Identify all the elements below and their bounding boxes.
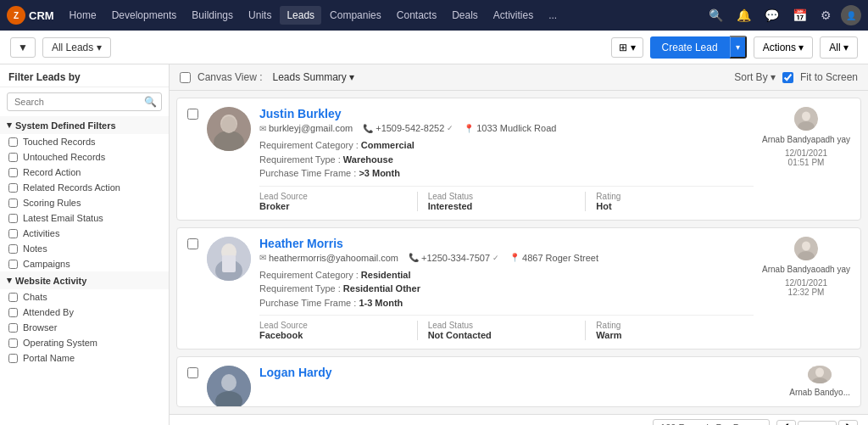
lead-card-logan: Logan Hardy Arnab Bandyo... [176, 356, 861, 407]
actions-dropdown[interactable]: Actions ▾ [754, 36, 814, 59]
attended-by-checkbox[interactable] [8, 308, 18, 317]
campaigns-checkbox[interactable] [8, 260, 18, 269]
nav-more[interactable]: ... [542, 6, 564, 25]
phone-heather: 📞 +1250-334-7507 ✓ [409, 253, 499, 263]
phone-value-justin: +1509-542-8252 [376, 123, 444, 133]
nav-deals[interactable]: Deals [445, 6, 485, 25]
nav-companies[interactable]: Companies [323, 6, 388, 25]
filter-scoring-rules[interactable]: Scoring Rules [0, 195, 169, 210]
portal-name-checkbox[interactable] [8, 354, 18, 363]
filter-notes[interactable]: Notes [0, 241, 169, 256]
create-lead-button-group: Create Lead ▾ [650, 36, 747, 59]
card-body-logan: Logan Hardy [259, 366, 781, 398]
stats-heather: Lead Source Facebook Lead Status Not Con… [259, 315, 754, 340]
nav-leads[interactable]: Leads [280, 6, 321, 25]
nav-contacts[interactable]: Contacts [390, 6, 443, 25]
scoring-rules-checkbox[interactable] [8, 199, 18, 208]
portal-name-label: Portal Name [23, 353, 75, 363]
assignee-avatar-logan [808, 366, 832, 383]
create-lead-arrow-button[interactable]: ▾ [730, 36, 747, 59]
prev-page-button[interactable]: ❮ [776, 420, 796, 425]
activities-checkbox[interactable] [8, 229, 18, 238]
canvas-summary-dropdown[interactable]: Leads Summary ▾ [269, 70, 358, 85]
filter-campaigns[interactable]: Campaigns [0, 256, 169, 271]
email-icon-heather: ✉ [259, 253, 266, 262]
record-action-checkbox[interactable] [8, 168, 18, 177]
related-records-action-checkbox[interactable] [8, 183, 18, 193]
lead-name-heather[interactable]: Heather Morris [259, 237, 754, 250]
address-justin: 📍 1033 Mudlick Road [464, 123, 556, 133]
touched-records-checkbox[interactable] [8, 137, 18, 147]
user-avatar[interactable]: 👤 [841, 5, 861, 25]
bell-icon[interactable]: 🔔 [732, 6, 755, 25]
filter-chats[interactable]: Chats [0, 289, 169, 305]
fit-to-screen-checkbox[interactable] [782, 72, 793, 83]
all-leads-dropdown[interactable]: All Leads ▾ [42, 37, 111, 58]
card-checkbox-justin[interactable] [187, 109, 198, 120]
filter-touched-records[interactable]: Touched Records [0, 134, 169, 149]
lead-name-logan[interactable]: Logan Hardy [259, 366, 781, 379]
filter-activities[interactable]: Activities [0, 226, 169, 241]
chats-checkbox[interactable] [8, 293, 18, 302]
filter-untouched-records[interactable]: Untouched Records [0, 149, 169, 165]
avatar-logan [207, 366, 251, 407]
operating-system-checkbox[interactable] [8, 338, 18, 348]
website-activity-header[interactable]: ▾ Website Activity [0, 271, 169, 289]
all-dropdown[interactable]: All ▾ [820, 36, 858, 59]
nav-developments[interactable]: Developments [105, 6, 184, 25]
browser-checkbox[interactable] [8, 323, 18, 333]
activities-label: Activities [23, 228, 59, 238]
untouched-records-checkbox[interactable] [8, 153, 18, 162]
avatar-area-justin [207, 107, 251, 211]
view-toggle-button[interactable]: ⊞ ▾ [611, 37, 643, 58]
records-per-page-dropdown[interactable]: 100 Records Per Page ▾ [653, 419, 770, 425]
search-icon[interactable]: 🔍 [704, 6, 727, 25]
nav-buildings[interactable]: Buildings [185, 6, 240, 25]
assignee-avatar-heather [794, 237, 818, 260]
next-page-button[interactable]: ❯ [838, 420, 858, 425]
card-checkbox-heather[interactable] [187, 238, 198, 249]
chat-icon[interactable]: 💬 [760, 6, 783, 25]
svg-point-15 [221, 374, 236, 391]
canvas-view-label: Canvas View : [198, 71, 262, 83]
svg-rect-10 [222, 255, 236, 272]
assignee-avatar-justin [794, 107, 818, 131]
app-logo[interactable]: Z CRM [7, 6, 54, 25]
avatar-svg-logan [207, 366, 251, 407]
email-icon-justin: ✉ [259, 124, 266, 133]
top-nav: Z CRM Home Developments Buildings Units … [0, 0, 868, 31]
purchase-time-justin: Purchase Time Frame : >3 Month [259, 166, 754, 181]
lead-status-stat-heather: Lead Status Not Contacted [428, 321, 587, 340]
calendar-icon[interactable]: 📅 [788, 6, 811, 25]
settings-icon[interactable]: ⚙ [816, 6, 836, 25]
filter-attended-by[interactable]: Attended By [0, 305, 169, 320]
filter-latest-email-status[interactable]: Latest Email Status [0, 210, 169, 226]
filter-portal-name[interactable]: Portal Name [0, 350, 169, 366]
avatar-justin [207, 107, 251, 151]
latest-email-status-checkbox[interactable] [8, 214, 18, 223]
notes-checkbox[interactable] [8, 244, 18, 254]
filter-browser[interactable]: Browser [0, 320, 169, 335]
sidebar: Filter Leads by 🔍 ▾ System Defined Filte… [0, 64, 170, 425]
rating-stat-heather: Rating Warm [596, 321, 754, 340]
nav-units[interactable]: Units [242, 6, 278, 25]
lead-name-justin[interactable]: Justin Burkley [259, 107, 754, 120]
card-checkbox-logan[interactable] [187, 367, 198, 378]
filter-operating-system[interactable]: Operating System [0, 335, 169, 350]
search-input[interactable] [7, 92, 162, 111]
filter-button[interactable]: ▼ [10, 37, 36, 58]
avatar-svg-justin [207, 107, 251, 151]
page-nav: ❮ 1 to 5 ❯ [776, 420, 858, 425]
create-lead-main-button[interactable]: Create Lead [650, 36, 730, 59]
sort-by-dropdown[interactable]: Sort By ▾ [734, 71, 776, 83]
nav-home[interactable]: Home [63, 6, 103, 25]
nav-activities[interactable]: Activities [487, 6, 540, 25]
lead-status-value-justin: Interested [428, 201, 576, 211]
svg-point-12 [802, 241, 810, 250]
select-all-checkbox[interactable] [180, 72, 191, 83]
untouched-records-label: Untouched Records [23, 152, 105, 162]
filter-record-action[interactable]: Record Action [0, 165, 169, 180]
collapse-icon: ▾ [7, 120, 12, 131]
filter-related-records-action[interactable]: Related Records Action [0, 180, 169, 195]
system-filters-header[interactable]: ▾ System Defined Filters [0, 116, 169, 134]
